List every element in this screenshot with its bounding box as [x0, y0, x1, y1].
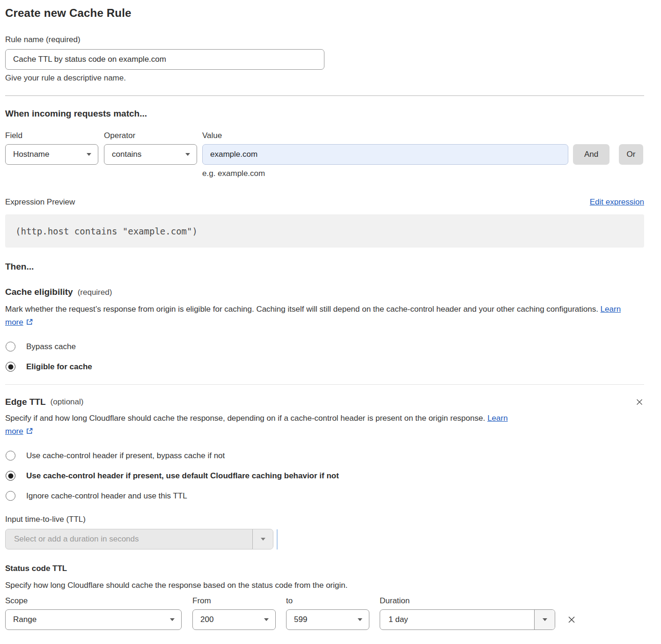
from-select-value: 200 — [200, 615, 213, 624]
ttl-input-label: Input time-to-live (TTL) — [5, 515, 644, 524]
operator-select[interactable]: contains — [104, 144, 197, 165]
value-hint: e.g. example.com — [202, 169, 644, 178]
edge-ttl-header: Edge TTL (optional) — [5, 397, 644, 407]
chevron-down-icon — [543, 618, 547, 621]
chevron-down-icon — [87, 153, 91, 156]
edge-ttl-description: Specify if and how long Cloudflare shoul… — [5, 412, 522, 438]
chevron-down-icon — [170, 618, 175, 621]
radio-option-use-header-default[interactable]: Use cache-control header if present, use… — [5, 471, 644, 481]
duration-label: Duration — [380, 596, 410, 606]
edit-expression-link[interactable]: Edit expression — [590, 198, 644, 207]
radio-option-label[interactable]: Use cache-control header if present, use… — [26, 471, 339, 481]
status-code-column-labels: Scope From to Duration — [5, 596, 644, 606]
to-select[interactable]: 599 — [286, 609, 369, 630]
radio-option-label[interactable]: Eligible for cache — [26, 362, 92, 372]
radio-unchecked-icon[interactable] — [6, 451, 15, 461]
chevron-down-icon — [358, 618, 362, 621]
ttl-duration-placeholder: Select or add a duration in seconds — [6, 529, 252, 549]
match-heading: When incoming requests match... — [5, 109, 644, 119]
and-button[interactable]: And — [573, 144, 610, 165]
match-column-labels: Field Operator Value — [5, 131, 644, 140]
close-icon[interactable] — [635, 397, 644, 407]
radio-option-use-header-bypass[interactable]: Use cache-control header if present, byp… — [5, 451, 644, 461]
external-link-icon — [26, 318, 33, 326]
cache-eligibility-description-text: Mark whether the request’s response from… — [5, 305, 598, 314]
status-code-ttl-description: Specify how long Cloudflare should cache… — [5, 581, 644, 590]
ttl-duration-dropdown-button — [252, 529, 273, 549]
value-input[interactable] — [202, 144, 568, 165]
edge-ttl-heading: Edge TTL — [5, 397, 46, 407]
radio-option-label[interactable]: Bypass cache — [26, 342, 76, 351]
cache-eligibility-header: Cache eligibility (required) — [5, 287, 644, 297]
or-button[interactable]: Or — [619, 144, 643, 165]
section-divider — [5, 95, 644, 96]
radio-checked-icon[interactable] — [6, 471, 15, 481]
chevron-down-icon — [264, 618, 269, 621]
section-divider — [5, 384, 644, 385]
scope-label: Scope — [5, 596, 192, 606]
required-tag: (required) — [78, 288, 112, 297]
scope-select[interactable]: Range — [5, 609, 182, 630]
radio-unchecked-icon[interactable] — [6, 342, 15, 351]
chevron-down-icon — [261, 538, 265, 541]
radio-option-ignore-header[interactable]: Ignore cache-control header and use this… — [5, 491, 644, 501]
radio-option-bypass-cache[interactable]: Bypass cache — [5, 342, 644, 351]
field-select[interactable]: Hostname — [5, 144, 98, 165]
radio-option-label[interactable]: Use cache-control header if present, byp… — [26, 451, 225, 461]
expression-header: Expression Preview Edit expression — [5, 198, 644, 207]
duration-dropdown-button[interactable] — [534, 610, 555, 629]
operator-select-value: contains — [112, 150, 141, 159]
field-select-value: Hostname — [13, 150, 49, 159]
external-link-icon — [26, 427, 33, 435]
duration-select[interactable]: 1 day — [380, 609, 555, 630]
cache-eligibility-heading: Cache eligibility — [5, 287, 73, 297]
scope-select-value: Range — [13, 615, 37, 624]
edge-ttl-description-text: Specify if and how long Cloudflare shoul… — [5, 414, 485, 423]
create-cache-rule-page: Create new Cache Rule Rule name (require… — [0, 0, 661, 644]
expression-code: (http.host contains "example.com") — [15, 226, 198, 236]
status-code-ttl-row: Range 200 599 1 day — [5, 609, 644, 630]
from-select[interactable]: 200 — [192, 609, 276, 630]
rule-name-help: Give your rule a descriptive name. — [5, 73, 644, 83]
match-condition-row: Hostname contains And Or — [5, 144, 644, 165]
expression-preview-label: Expression Preview — [5, 198, 75, 207]
value-label: Value — [202, 131, 222, 140]
to-label: to — [286, 596, 380, 606]
remove-row-icon[interactable] — [566, 615, 577, 625]
then-heading: Then... — [5, 262, 644, 272]
ttl-combo-wrap: Select or add a duration in seconds — [5, 529, 644, 549]
radio-option-eligible-for-cache[interactable]: Eligible for cache — [5, 362, 644, 372]
field-label: Field — [5, 131, 104, 140]
duration-select-value: 1 day — [380, 610, 534, 629]
from-label: From — [192, 596, 286, 606]
cache-eligibility-description: Mark whether the request’s response from… — [5, 303, 631, 329]
radio-unchecked-icon[interactable] — [6, 491, 15, 501]
rule-name-input[interactable] — [5, 49, 324, 70]
chevron-down-icon — [185, 153, 190, 156]
radio-option-label[interactable]: Ignore cache-control header and use this… — [26, 491, 187, 501]
radio-checked-icon[interactable] — [6, 362, 15, 372]
operator-label: Operator — [104, 131, 202, 140]
page-title: Create new Cache Rule — [5, 7, 644, 20]
optional-tag: (optional) — [51, 397, 84, 407]
ttl-duration-select: Select or add a duration in seconds — [5, 529, 273, 549]
rule-name-label: Rule name (required) — [5, 35, 644, 44]
to-select-value: 599 — [294, 615, 307, 624]
status-code-ttl-heading: Status code TTL — [5, 564, 644, 573]
caret-indicator — [277, 529, 278, 549]
expression-code-box: (http.host contains "example.com") — [5, 214, 644, 248]
